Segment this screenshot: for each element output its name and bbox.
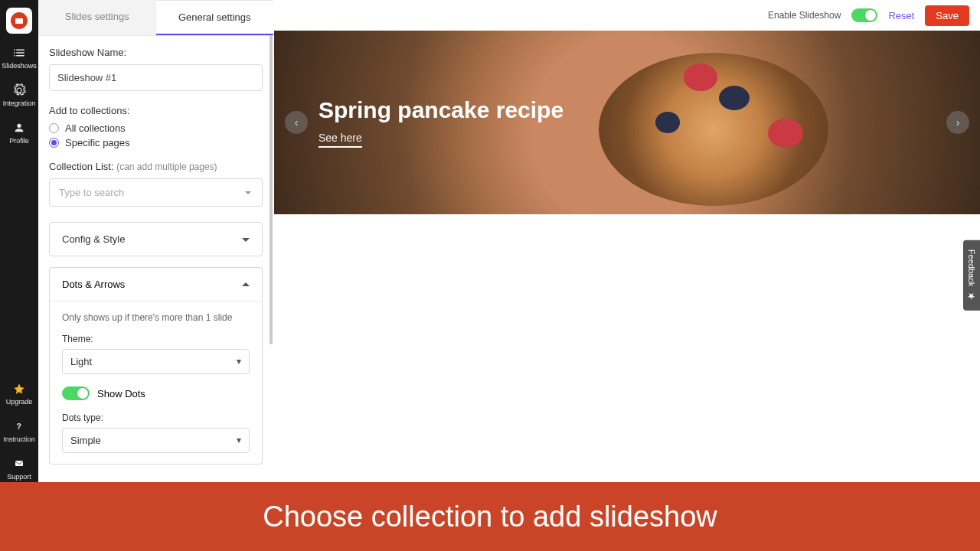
sidebar-item-slideshows[interactable]: Slideshows: [2, 46, 37, 70]
sidebar-label: Slideshows: [2, 62, 37, 70]
settings-panel: Slides settings General settings Slidesh…: [38, 0, 274, 551]
collection-list-combobox[interactable]: Type to search: [49, 178, 263, 207]
save-button[interactable]: Save: [925, 5, 969, 26]
sidebar-item-upgrade[interactable]: Upgrade: [6, 382, 33, 406]
tab-slides-settings[interactable]: Slides settings: [38, 0, 156, 35]
gear-icon: [12, 83, 26, 97]
sidebar: Slideshows Integration Profile Upgrade ?…: [0, 0, 38, 551]
sidebar-item-profile[interactable]: Profile: [9, 121, 29, 145]
enable-slideshow-label: Enable Slideshow: [768, 10, 841, 21]
sidebar-item-instruction[interactable]: ? Instruction: [3, 419, 35, 443]
star-icon: [12, 382, 26, 396]
dots-note: Only shows up if there's more than 1 sli…: [62, 312, 250, 323]
sidebar-label: Instruction: [3, 435, 35, 443]
radio-all-collections[interactable]: All collections: [49, 122, 263, 134]
tab-general-settings[interactable]: General settings: [156, 0, 274, 35]
slideshow-preview: Spring pancake recipe See here ‹ ›: [274, 31, 980, 214]
main-area: Enable Slideshow Reset Save Spring panca…: [274, 0, 980, 551]
scrollbar[interactable]: [269, 35, 273, 551]
radio-icon: [49, 123, 59, 133]
feedback-tab[interactable]: Feedback ★: [963, 240, 980, 311]
topbar: Enable Slideshow Reset Save: [274, 0, 980, 31]
collection-list-label: Collection List: (can add multiple pages…: [49, 161, 263, 172]
sidebar-item-integration[interactable]: Integration: [3, 83, 36, 107]
radio-specific-pages[interactable]: Specific pages: [49, 137, 263, 148]
radio-label: All collections: [65, 122, 126, 134]
bottom-banner: Choose collection to add slideshow: [0, 482, 980, 551]
section-title: Dots & Arrows: [62, 279, 125, 290]
user-icon: [12, 121, 26, 135]
enable-slideshow-toggle[interactable]: [851, 8, 877, 22]
next-slide-button[interactable]: ›: [946, 111, 969, 134]
sidebar-label: Profile: [9, 137, 29, 145]
dots-type-select[interactable]: Simple: [62, 428, 250, 453]
svg-rect-1: [15, 461, 23, 466]
reset-button[interactable]: Reset: [888, 10, 914, 21]
settings-tabs: Slides settings General settings: [38, 0, 273, 36]
feedback-label: Feedback: [967, 249, 976, 286]
chevron-up-icon: [242, 279, 250, 286]
mail-icon: [12, 457, 26, 471]
app-logo[interactable]: [6, 8, 32, 34]
prev-slide-button[interactable]: ‹: [285, 111, 308, 134]
slide-title: Spring pancake recipe: [318, 97, 564, 123]
show-dots-label: Show Dots: [97, 388, 145, 399]
sidebar-label: Support: [7, 473, 31, 481]
chevron-left-icon: ‹: [295, 116, 299, 129]
sidebar-label: Integration: [3, 99, 36, 107]
collections-label: Add to collections:: [49, 105, 263, 116]
radio-icon: [49, 138, 59, 148]
svg-text:?: ?: [17, 422, 21, 431]
banner-text: Choose collection to add slideshow: [263, 500, 717, 533]
slide-cta-link[interactable]: See here: [318, 132, 362, 148]
star-icon: ★: [966, 291, 977, 302]
radio-label: Specific pages: [65, 137, 130, 148]
section-dots-arrows[interactable]: Dots & Arrows: [49, 267, 263, 301]
sidebar-label: Upgrade: [6, 398, 33, 406]
theme-label: Theme:: [62, 334, 250, 344]
slideshow-name-label: Slideshow Name:: [49, 47, 263, 58]
chevron-right-icon: ›: [956, 116, 960, 129]
slideshow-name-input[interactable]: [49, 64, 263, 91]
question-icon: ?: [12, 419, 26, 433]
sidebar-item-support[interactable]: Support: [7, 457, 31, 481]
chevron-down-icon: [242, 238, 250, 246]
show-dots-toggle[interactable]: [62, 386, 90, 400]
theme-select[interactable]: Light: [62, 349, 250, 374]
section-config-style[interactable]: Config & Style: [49, 222, 263, 256]
list-icon: [12, 46, 26, 60]
section-title: Config & Style: [62, 233, 125, 245]
section-dots-arrows-body: Only shows up if there's more than 1 sli…: [49, 301, 263, 465]
dots-type-label: Dots type:: [62, 412, 250, 423]
